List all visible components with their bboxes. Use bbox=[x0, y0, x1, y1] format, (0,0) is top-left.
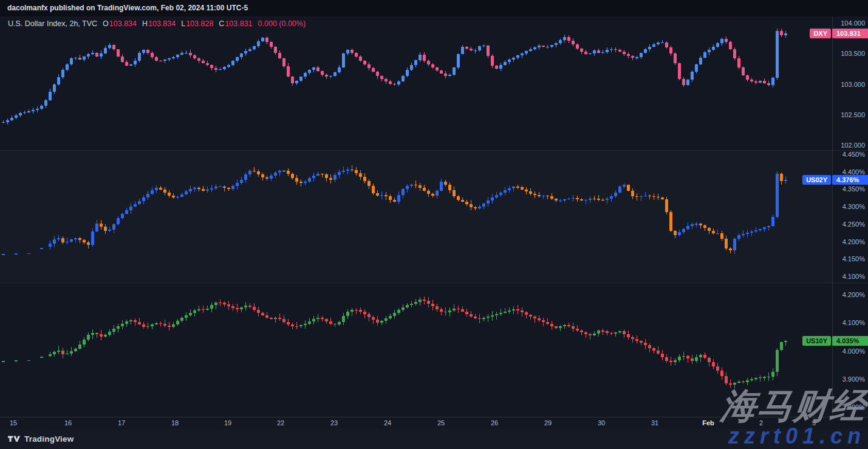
candles-dxy bbox=[2, 29, 787, 124]
price-label-dxy: DXY 103.831 bbox=[810, 29, 868, 38]
svg-text:4.350%: 4.350% bbox=[842, 185, 866, 193]
svg-text:3.900%: 3.900% bbox=[842, 375, 866, 383]
legend-low: L 103.828 bbox=[181, 19, 213, 28]
svg-text:4.250%: 4.250% bbox=[842, 221, 866, 228]
tradingview-logo-icon[interactable] bbox=[8, 435, 20, 443]
legend-change: 0.000 (0.00%) bbox=[258, 19, 306, 28]
legend-close: C 103.831 bbox=[219, 19, 252, 28]
svg-text:4.100%: 4.100% bbox=[842, 319, 866, 326]
svg-text:103.000: 103.000 bbox=[841, 81, 865, 88]
svg-text:Feb: Feb bbox=[702, 419, 714, 427]
tradingview-published-chart: dacolmanfx published on TradingView.com,… bbox=[0, 0, 868, 449]
svg-text:102.500: 102.500 bbox=[841, 111, 865, 118]
svg-text:4.200%: 4.200% bbox=[842, 238, 866, 245]
price-axis-dxy[interactable]: 104.000103.500103.000102.500102.000 bbox=[841, 19, 865, 149]
svg-text:4.300%: 4.300% bbox=[842, 203, 866, 210]
svg-text:31: 31 bbox=[651, 419, 658, 427]
watermark-line2: zzrt01.cn bbox=[728, 425, 866, 448]
svg-text:26: 26 bbox=[491, 419, 498, 427]
svg-text:4.400%: 4.400% bbox=[842, 168, 866, 176]
svg-text:4.000%: 4.000% bbox=[842, 348, 866, 355]
svg-text:22: 22 bbox=[277, 419, 284, 427]
svg-text:18: 18 bbox=[171, 419, 179, 427]
price-label-us10y: US10Y 4.035% bbox=[802, 336, 868, 346]
tradingview-brand[interactable]: TradingView bbox=[24, 434, 73, 444]
price-label-dxy-value: 103.831 bbox=[832, 29, 868, 38]
svg-text:19: 19 bbox=[224, 419, 231, 427]
svg-text:102.000: 102.000 bbox=[841, 142, 865, 149]
svg-text:4.200%: 4.200% bbox=[842, 291, 866, 298]
candles-us10y bbox=[2, 296, 787, 388]
svg-text:15: 15 bbox=[10, 419, 17, 427]
watermark-line1: 海马财经 bbox=[719, 388, 868, 425]
price-label-us02y-symbol: US02Y bbox=[802, 175, 831, 185]
price-axis-us02y[interactable]: 4.450%4.400%4.350%4.300%4.250%4.200%4.15… bbox=[842, 151, 866, 280]
svg-text:30: 30 bbox=[598, 419, 605, 427]
svg-text:25: 25 bbox=[437, 419, 445, 427]
price-label-us02y-value: 4.376% bbox=[832, 175, 868, 185]
svg-text:29: 29 bbox=[544, 419, 552, 427]
svg-text:104.000: 104.000 bbox=[841, 19, 865, 27]
svg-text:23: 23 bbox=[330, 419, 338, 427]
chart-canvas[interactable]: 104.000103.500103.000102.500102.0004.450… bbox=[0, 0, 868, 449]
symbol-legend[interactable]: U.S. Dollar Index, 2h, TVC O 103.834 H 1… bbox=[8, 19, 306, 28]
time-axis[interactable]: 15161718192223242526293031Feb25 bbox=[10, 419, 816, 427]
legend-open: O 103.834 bbox=[103, 19, 137, 28]
svg-text:103.500: 103.500 bbox=[841, 50, 865, 57]
svg-text:4.100%: 4.100% bbox=[842, 273, 866, 280]
svg-text:24: 24 bbox=[384, 419, 391, 427]
legend-symbol-title[interactable]: U.S. Dollar Index, 2h, TVC bbox=[8, 19, 97, 28]
price-label-us10y-symbol: US10Y bbox=[802, 336, 831, 346]
svg-text:4.450%: 4.450% bbox=[842, 151, 866, 158]
svg-text:17: 17 bbox=[118, 419, 125, 427]
price-label-dxy-symbol: DXY bbox=[810, 29, 831, 38]
price-label-us02y: US02Y 4.376% bbox=[802, 175, 868, 185]
legend-high: H 103.834 bbox=[142, 19, 176, 28]
svg-text:4.150%: 4.150% bbox=[842, 255, 866, 262]
chart-area[interactable]: 104.000103.500103.000102.500102.0004.450… bbox=[0, 16, 868, 429]
svg-text:16: 16 bbox=[64, 419, 72, 427]
price-label-us10y-value: 4.035% bbox=[832, 336, 868, 346]
